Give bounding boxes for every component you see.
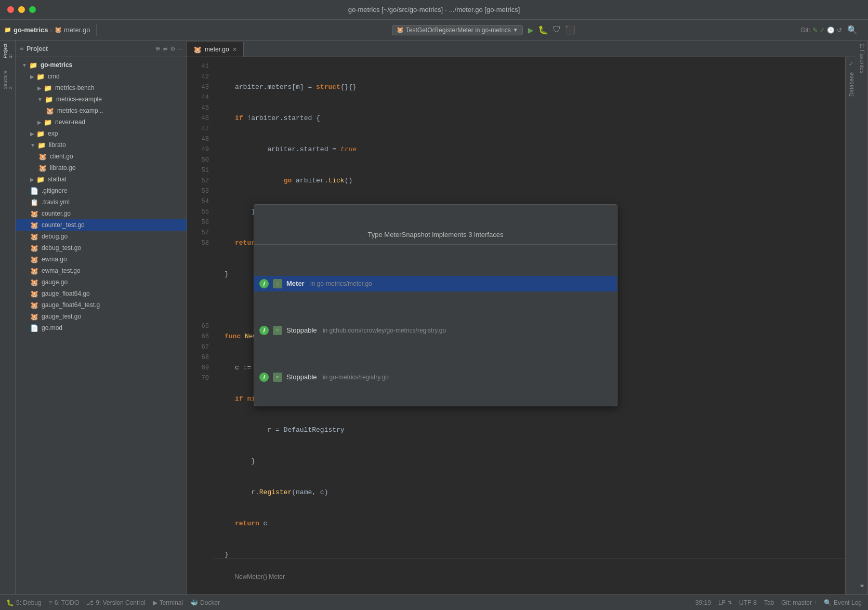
status-line-ending[interactable]: LF ⇅ <box>718 599 732 606</box>
tree-item-librato-go[interactable]: 🐹 librato.go <box>16 162 187 174</box>
code-line-42: if !arbiter.started { <box>219 113 839 124</box>
code-line-41: arbiter.meters[m] = struct{}{} <box>219 82 839 92</box>
run-config[interactable]: 🐹 TestGetOrRegisterMeter in go-metrics ▼ <box>392 25 523 35</box>
project-collapse-icon[interactable]: — <box>178 45 182 53</box>
toolbar: 📁 go-metrics › 🐹 meter.go 🐹 TestGetOrReg… <box>0 20 868 41</box>
tree-item-ewma-test-go[interactable]: 🐹 ewma_test.go <box>16 265 187 276</box>
impl-icon-0: ≈ <box>273 279 282 288</box>
tab-close-icon[interactable]: ✕ <box>232 46 237 53</box>
stop-button[interactable]: ⬛ <box>565 25 575 35</box>
tree-item-gauge-float64-test[interactable]: 🐹 gauge_float64_test.g <box>16 299 187 311</box>
left-side-icons: 1: Project 2: Structure <box>0 41 16 594</box>
tree-item-gauge-go[interactable]: 🐹 gauge.go <box>16 276 187 288</box>
tree-item-metrics-examp[interactable]: 🐹 metrics-examp... <box>16 105 187 116</box>
minimize-button[interactable] <box>18 6 25 13</box>
tree-label-counter-go: counter.go <box>42 210 71 217</box>
tree-item-counter-test-go[interactable]: 🐹 counter_test.go <box>16 219 187 231</box>
status-todo[interactable]: ≡ 6: TODO <box>49 599 80 606</box>
interface-loc-2: in go-metrics/registry.go <box>321 372 389 382</box>
tree-item-counter-go[interactable]: 🐹 counter.go <box>16 208 187 219</box>
window-title: go-metrics [~/go/src/go-metrics] - .../m… <box>348 6 520 14</box>
tree-item-metrics-example[interactable]: ▼ 📁 metrics-example <box>16 94 187 105</box>
git-edit-icon[interactable]: ✎ <box>812 26 818 34</box>
tree-item-stathat[interactable]: ▶ 📁 stathat <box>16 174 187 185</box>
tree-label-exp: exp <box>48 130 58 137</box>
tree-item-exp[interactable]: ▶ 📁 exp <box>16 128 187 139</box>
status-debug[interactable]: 🐛 5: Debug <box>6 599 42 606</box>
tree-item-debug-test-go[interactable]: 🐹 debug_test.go <box>16 242 187 254</box>
interface-icon-2: I <box>259 373 269 382</box>
tree-label-ewma-go: ewma.go <box>42 256 67 263</box>
tree-label-go-mod: go.mod <box>42 324 62 331</box>
status-docker[interactable]: 🐳 Docker <box>190 599 220 606</box>
tree-item-debug-go[interactable]: 🐹 debug.go <box>16 231 187 242</box>
tree-item-gauge-test-go[interactable]: 🐹 gauge_test.go <box>16 311 187 322</box>
tab-label: meter.go <box>205 46 229 53</box>
coverage-button[interactable]: 🛡 <box>553 25 561 35</box>
project-panel: ≡ Project ⊕ ⇌ ⚙ — ▼ 📁 go-metrics ▶ 📁 cmd <box>16 41 187 594</box>
code-content[interactable]: arbiter.meters[m] = struct{}{} if !arbit… <box>213 57 845 594</box>
project-settings-icon[interactable]: ⚙ <box>170 44 175 53</box>
status-version-control[interactable]: ⎇ 9: Version Control <box>86 599 145 606</box>
status-git[interactable]: Git: master ↑ <box>781 599 817 606</box>
tree-label-metrics-example: metrics-example <box>56 96 102 103</box>
tab-meter-go[interactable]: 🐹 meter.go ✕ <box>187 42 244 57</box>
interface-loc-0: in go-metrics/meter.go <box>309 279 372 289</box>
tree-item-root[interactable]: ▼ 📁 go-metrics <box>16 59 187 71</box>
tree-item-gauge-float64-go[interactable]: 🐹 gauge_float64.go <box>16 288 187 299</box>
status-terminal[interactable]: ▶ Terminal <box>153 599 183 606</box>
favorites-tab[interactable]: 2: Favorites <box>858 41 867 76</box>
tree-label-cmd: cmd <box>48 73 60 80</box>
search-icon[interactable]: 🔍 <box>847 25 858 35</box>
folder-arrow-icon: ▼ <box>30 142 35 148</box>
project-add-icon[interactable]: ⊕ <box>155 44 160 53</box>
code-line-43: arbiter.started = true <box>219 144 839 155</box>
interface-icon-0: I <box>259 279 269 288</box>
git-revert-icon[interactable]: ↺ <box>837 26 842 34</box>
autocomplete-item-2[interactable]: I ≈ Stoppable in go-metrics/registry.go <box>254 369 617 385</box>
database-sidebar-label[interactable]: Database <box>848 68 854 101</box>
tree-label-gitignore: .gitignore <box>42 187 67 194</box>
tree-item-go-mod[interactable]: 📄 go.mod <box>16 322 187 334</box>
tree-label-travis: .travis.yml <box>42 198 70 206</box>
breadcrumb-project[interactable]: go-metrics <box>14 26 48 34</box>
run-section: 🐹 TestGetOrRegisterMeter in go-metrics ▼… <box>103 24 864 36</box>
status-event-log[interactable]: 🔍 Event Log <box>824 599 862 606</box>
toolbar-separator <box>96 24 97 36</box>
star-icon[interactable]: ★ <box>860 581 865 590</box>
code-line-53: } <box>219 456 839 467</box>
tree-label-gauge-go: gauge.go <box>42 279 68 286</box>
autocomplete-header: Type MeterSnapshot implements 3 interfac… <box>254 226 617 245</box>
autocomplete-popup[interactable]: Type MeterSnapshot implements 3 interfac… <box>254 204 617 406</box>
debug-button[interactable]: 🐛 <box>538 25 548 35</box>
status-indent[interactable]: Tab <box>764 599 774 606</box>
run-button[interactable]: ▶ <box>528 24 534 36</box>
tree-item-metrics-bench[interactable]: ▶ 📁 metrics-bench <box>16 82 187 94</box>
impl-icon-1: ≈ <box>273 326 282 335</box>
tree-item-gitignore[interactable]: 📄 .gitignore <box>16 185 187 196</box>
tree-item-travis[interactable]: 📋 .travis.yml <box>16 196 187 208</box>
maximize-button[interactable] <box>29 6 36 13</box>
tree-item-librato[interactable]: ▼ 📁 librato <box>16 139 187 151</box>
tree-item-cmd[interactable]: ▶ 📁 cmd <box>16 71 187 82</box>
status-encoding[interactable]: UTF-8 <box>739 599 757 606</box>
git-check-icon[interactable]: ✓ <box>820 26 825 34</box>
project-sync-icon[interactable]: ⇌ <box>163 44 167 53</box>
breadcrumb-file[interactable]: meter.go <box>64 26 90 34</box>
sidebar-item-project[interactable]: 1: Project <box>2 45 14 57</box>
sidebar-item-structure[interactable]: 2: Structure <box>2 74 14 86</box>
git-history-icon[interactable]: 🕒 <box>827 26 835 34</box>
project-panel-title: Project <box>27 45 152 52</box>
favorites-sidebar: 2: Favorites ★ <box>857 41 868 594</box>
tree-item-client-go[interactable]: 🐹 client.go <box>16 151 187 162</box>
traffic-lights[interactable] <box>7 6 36 13</box>
folder-arrow-icon: ▶ <box>30 131 34 137</box>
close-button[interactable] <box>7 6 14 13</box>
tree-item-never-read[interactable]: ▶ 📁 never-read <box>16 116 187 128</box>
autocomplete-item-0[interactable]: I ≈ Meter in go-metrics/meter.go <box>254 276 617 291</box>
toolbar-right: Git: ✎ ✓ 🕒 ↺ 🔍 <box>800 25 858 35</box>
code-editor: 41 42 43 44 45 46 47 48 49 50 51 52 53 5… <box>187 57 857 594</box>
status-position[interactable]: 39:19 <box>695 599 711 606</box>
autocomplete-item-1[interactable]: I ≈ Stoppable in github.com/rcrowley/go-… <box>254 323 617 338</box>
tree-item-ewma-go[interactable]: 🐹 ewma.go <box>16 254 187 265</box>
